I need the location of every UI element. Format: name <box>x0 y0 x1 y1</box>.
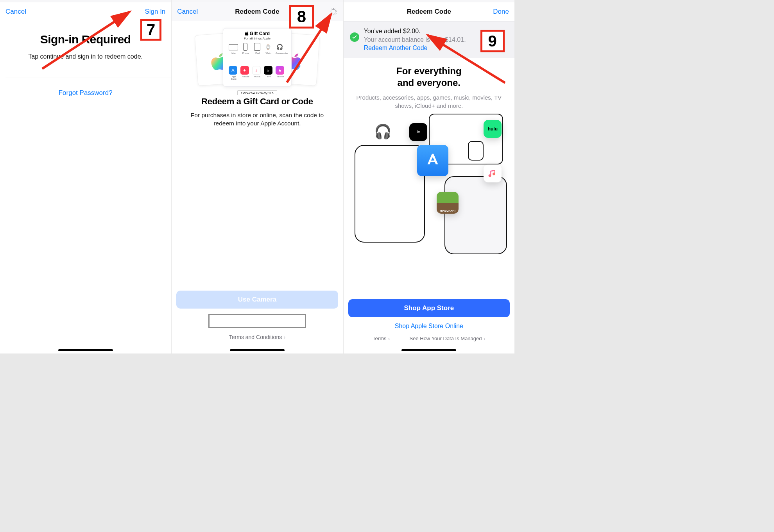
product-collage: 🎧 tv hulu MINECRAFT <box>370 118 487 215</box>
checkmark-icon <box>350 32 359 42</box>
minecraft-app-icon: MINECRAFT <box>437 192 459 214</box>
redeem-another-link[interactable]: Redeem Another Code <box>364 44 466 52</box>
ipad-icon <box>254 43 260 51</box>
shop-apple-store-link[interactable]: Shop Apple Store Online <box>395 323 463 330</box>
loading-spinner-icon <box>330 8 337 16</box>
svg-rect-9 <box>330 12 331 14</box>
cancel-button[interactable]: Cancel <box>5 8 26 16</box>
heading: Redeem a Gift Card or Code <box>172 96 342 107</box>
svg-rect-12 <box>331 8 333 10</box>
iphone-icon <box>243 43 247 51</box>
description: For purchases in store or online, scan t… <box>172 111 342 128</box>
nav-title: Redeem Code <box>344 8 514 16</box>
added-amount-text: You've added $2.00. <box>364 27 466 36</box>
home-indicator[interactable] <box>58 349 113 351</box>
code-input[interactable] <box>208 314 306 328</box>
svg-rect-1 <box>333 8 334 9</box>
arcade-icon: ✦ <box>240 66 249 75</box>
home-indicator[interactable] <box>401 349 456 351</box>
svg-rect-11 <box>330 9 331 11</box>
ipad-outline-icon <box>355 145 425 243</box>
screen-signin-required: Cancel Sign In Sign-in Required Tap cont… <box>0 0 171 353</box>
use-camera-button[interactable]: Use Camera <box>176 291 338 309</box>
airpods-icon: 🎧 <box>374 123 392 140</box>
terms-link[interactable]: Terms and Conditions › <box>229 334 285 340</box>
giftcard-sample-code: YDVZVXWYLYDXQRTK <box>237 90 277 95</box>
shop-app-store-button[interactable]: Shop App Store <box>348 299 510 317</box>
signin-button[interactable]: Sign In <box>145 8 165 16</box>
giftcard-brand: Gift Card <box>245 31 270 36</box>
svg-rect-5 <box>335 12 337 14</box>
subheading: Products, accessories, apps, games, musi… <box>344 93 514 110</box>
chevron-right-icon: › <box>388 335 390 342</box>
appstore-app-icon <box>417 145 448 176</box>
nav-bar: Cancel Sign In <box>0 2 171 21</box>
svg-rect-6 <box>334 13 335 14</box>
ipad-outline-icon <box>444 176 507 254</box>
cancel-button[interactable]: Cancel <box>177 8 198 16</box>
annotation-step-8: 8 <box>289 5 314 29</box>
svg-rect-8 <box>331 13 333 14</box>
page-subtitle: Tap continue and sign in to redeem code. <box>0 53 171 60</box>
footer-privacy-link[interactable]: See How Your Data Is Managed› <box>410 335 486 342</box>
appletv-app-icon: tv <box>409 123 427 141</box>
appletv-icon: tv <box>264 66 272 75</box>
chevron-right-icon: › <box>283 334 285 340</box>
screen-redeem-code: Cancel Redeem Code <box>172 0 342 353</box>
svg-rect-3 <box>335 9 337 11</box>
separator <box>5 77 171 77</box>
heading: For everything and everyone. <box>344 65 514 89</box>
giftcard-illustration: Gift Card For all things Apple ⌚ 🎧 Mac i… <box>172 28 342 89</box>
svg-rect-4 <box>335 11 337 12</box>
music-app-icon <box>484 164 502 182</box>
music-icon: ♪ <box>252 66 261 75</box>
hulu-app-icon: hulu <box>484 120 502 138</box>
watch-outline-icon <box>468 141 484 161</box>
done-button[interactable]: Done <box>493 8 509 16</box>
svg-rect-2 <box>334 8 335 10</box>
footer-terms-link[interactable]: Terms› <box>373 335 390 342</box>
nav-bar: Cancel Redeem Code <box>172 2 342 21</box>
chevron-right-icon: › <box>484 335 486 342</box>
screen-redeem-success: Redeem Code Done You've added $2.00. You… <box>344 0 514 353</box>
annotation-step-7: 7 <box>140 19 161 41</box>
home-indicator[interactable] <box>230 349 285 351</box>
watch-icon: ⌚ <box>264 43 272 51</box>
giftcard-tagline: For all things Apple <box>244 37 271 40</box>
annotation-step-9: 9 <box>480 30 505 52</box>
appstore-icon: A <box>229 66 237 75</box>
svg-rect-10 <box>330 11 331 12</box>
apple-logo-icon <box>245 31 249 36</box>
airpods-icon: 🎧 <box>276 43 284 51</box>
nav-bar: Redeem Code Done <box>344 2 514 21</box>
separator <box>0 65 171 65</box>
mac-icon <box>229 44 238 50</box>
itunes-icon: ★ <box>276 66 284 75</box>
forgot-password-link[interactable]: Forgot Password? <box>59 89 113 96</box>
balance-text: Your account balance is now $14.01. <box>364 36 466 44</box>
svg-rect-7 <box>333 14 334 15</box>
